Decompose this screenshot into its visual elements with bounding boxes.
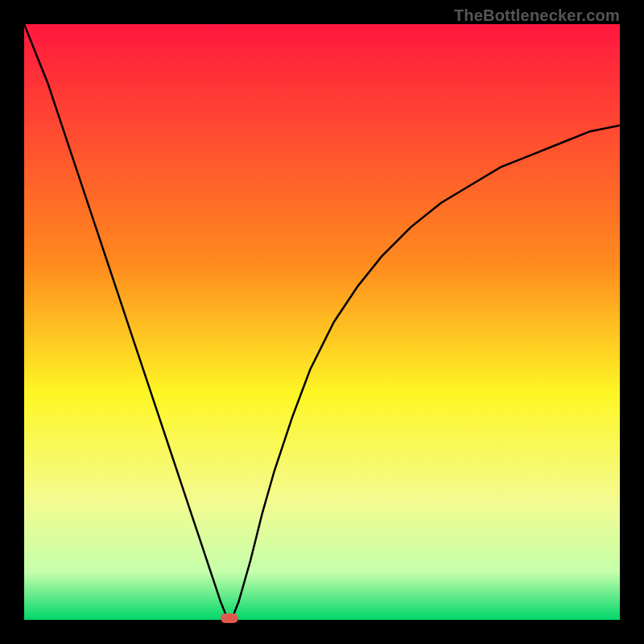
bottleneck-chart [24,24,620,620]
watermark-text: TheBottlenecker.com [454,6,620,25]
chart-frame: TheBottlenecker.com [0,0,644,644]
sweet-spot-marker [221,613,238,623]
gradient-background [24,24,620,620]
